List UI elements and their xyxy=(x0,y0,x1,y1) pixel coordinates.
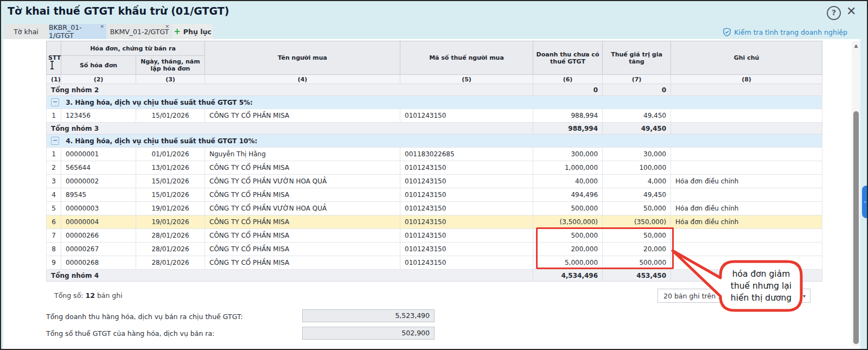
cell-revenue: 200,000 xyxy=(533,243,603,256)
col-number: (8) xyxy=(671,75,822,84)
cell-vat: 500,000 xyxy=(603,256,671,270)
group2-total-row: Tổng nhóm 2 0 0 xyxy=(47,84,822,96)
cell-buyer: CÔNG TY CỔ PHẦN MISA xyxy=(205,229,400,243)
cell-note xyxy=(671,109,822,123)
cell-date: 28/01/2026 xyxy=(136,256,205,270)
cell-buyer: CÔNG TY CỔ PHẦN MISA xyxy=(205,256,400,270)
total-label: Tổng nhóm 2 xyxy=(47,84,533,96)
table-row[interactable]: 9 00000268 28/01/2026 CÔNG TY CỔ PHẦN MI… xyxy=(47,256,822,270)
section4-header-row: − 4. Hàng hóa, dịch vụ chịu thuế suất th… xyxy=(47,135,822,148)
table-row[interactable]: 1 123456 15/01/2026 CÔNG TY CỔ PHẦN MISA… xyxy=(47,109,822,123)
cell-tax-code: 0101243150 xyxy=(400,229,533,243)
add-appendix-button[interactable]: + Phụ lục xyxy=(173,24,213,39)
table-row[interactable]: 5 00000003 19/01/2026 CÔNG TY CỔ PHẦN VƯ… xyxy=(47,202,822,215)
cell-revenue-negative: (3,500,000) xyxy=(533,215,603,229)
check-business-status-link[interactable]: Kiểm tra tình trạng doanh nghiệp xyxy=(723,28,847,36)
group4-total-row: Tổng nhóm 4 4,534,496 453,450 xyxy=(47,270,822,282)
invoice-link[interactable]: 00000002 xyxy=(61,175,136,188)
col-header-invoice-date: Ngày, tháng, năm lập hóa đơn xyxy=(136,56,205,75)
callout-line: hóa đơn giảm xyxy=(722,268,801,280)
shield-check-icon xyxy=(723,28,731,36)
table-row[interactable]: 7 00000266 28/01/2026 CÔNG TY CỔ PHẦN MI… xyxy=(47,229,822,243)
help-icon[interactable]: ? xyxy=(827,6,841,20)
table-row[interactable]: 4 89545 15/01/2026 CÔNG TY CỔ PHẦN MISA … xyxy=(47,188,822,202)
invoice-link[interactable]: 00000268 xyxy=(61,256,136,270)
scrollbar-thumb[interactable] xyxy=(853,111,859,344)
plus-icon: + xyxy=(174,27,181,36)
total-vat: 49,450 xyxy=(603,123,671,135)
collapse-icon[interactable]: − xyxy=(51,98,59,106)
total-revenue-field[interactable]: 5,523,490 xyxy=(302,309,435,322)
invoice-link[interactable]: 123456 xyxy=(61,109,136,123)
invoice-link[interactable]: 00000003 xyxy=(61,202,136,215)
cell-revenue: 500,000 xyxy=(533,229,603,243)
chevron-left-icon: ‹ xyxy=(864,199,866,205)
col-number: (4) xyxy=(205,75,400,84)
cell-date: 13/01/2026 xyxy=(136,161,205,175)
table-row-highlighted[interactable]: 6 00000004 19/01/2026 CÔNG TY CỔ PHẦN MI… xyxy=(47,215,822,229)
cell-vat: 20,000 xyxy=(603,243,671,256)
cell-note xyxy=(671,256,822,270)
cell-buyer: Nguyễn Thị Hằng xyxy=(205,148,400,161)
cell-date: 01/01/2026 xyxy=(136,148,205,161)
cell-tax-code: 0101243150 xyxy=(400,161,533,175)
tab-close-icon[interactable]: ✕ xyxy=(165,24,169,29)
tab-label: Phụ lục xyxy=(183,28,212,36)
total-vat-field[interactable]: 502,900 xyxy=(302,327,435,340)
table-row[interactable]: 8 00000267 28/01/2026 CÔNG TY CỔ PHẦN MI… xyxy=(47,243,822,256)
total-note xyxy=(671,84,822,96)
cell-stt: 4 xyxy=(47,188,61,202)
cell-vat: 50,000 xyxy=(603,229,671,243)
cell-revenue: 500,000 xyxy=(533,202,603,215)
total-vat-label: Tổng số thuế GTGT của hàng hóa, dịch vụ … xyxy=(46,329,214,338)
cell-date: 15/01/2026 xyxy=(136,109,205,123)
vertical-scrollbar[interactable]: ▲ xyxy=(852,41,860,346)
table-row[interactable]: 3 00000002 15/01/2026 CÔNG TY CỔ PHẦN VƯ… xyxy=(47,175,822,188)
invoice-table: STT Hóa đơn, chứng từ bán ra Tên người m… xyxy=(46,41,822,282)
col-number: (3) xyxy=(136,75,205,84)
col-number: (1) xyxy=(47,75,61,84)
col-header-vat: Thuế giá trị gia tăng xyxy=(603,41,671,75)
cell-note xyxy=(671,161,822,175)
tab-close-icon[interactable]: ✕ xyxy=(100,24,104,29)
tab-label: BKMV_01-2/GTGT xyxy=(110,28,169,36)
cell-note xyxy=(671,188,822,202)
collapse-icon[interactable]: − xyxy=(51,137,59,145)
cell-tax-code: 0101243150 xyxy=(400,175,533,188)
invoice-link[interactable]: 00000004 xyxy=(61,215,136,229)
cell-revenue: 5,000,000 xyxy=(533,256,603,270)
callout-text: hóa đơn giảm thuế nhưng lại hiển thị dươ… xyxy=(722,268,801,304)
tab-to-khai[interactable]: Tờ khai xyxy=(4,24,48,39)
col-header-invoice-no: Số hóa đơn xyxy=(61,56,136,75)
tab-label: Tờ khai xyxy=(14,28,39,36)
cell-vat: 49,450 xyxy=(603,188,671,202)
col-header-buyer: Tên người mua xyxy=(205,41,400,75)
table-row[interactable]: 2 565644 13/01/2026 CÔNG TY CỔ PHẦN MISA… xyxy=(47,161,822,175)
col-header-note: Ghi chú xyxy=(671,41,822,75)
invoice-link[interactable]: 00000001 xyxy=(61,148,136,161)
cell-revenue: 1,000,000 xyxy=(533,161,603,175)
invoice-link[interactable]: 89545 xyxy=(61,188,136,202)
invoice-link[interactable]: 00000266 xyxy=(61,229,136,243)
close-icon[interactable]: ✕ xyxy=(846,4,856,18)
column-number-row: (1) (2) (3) (4) (5) (6) (7) (8) xyxy=(47,75,822,84)
section-title: 3. Hàng hóa, dịch vụ chịu thuế suất thuế… xyxy=(66,99,253,106)
tab-bkmv-01-2-gtgt[interactable]: BKMV_01-2/GTGT ✕ xyxy=(107,24,171,39)
cell-vat: 50,000 xyxy=(603,202,671,215)
cell-stt: 5 xyxy=(47,202,61,215)
cell-date: 28/01/2026 xyxy=(136,229,205,243)
record-count: Tổng số: 12 bản ghi xyxy=(54,291,123,300)
tab-bkbr-01-1-gtgt[interactable]: BKBR_01-1/GTGT ✕ xyxy=(49,24,106,39)
side-panel-toggle[interactable]: ‹ xyxy=(862,186,868,218)
cell-vat: 100,000 xyxy=(603,161,671,175)
invoice-link[interactable]: 565644 xyxy=(61,161,136,175)
col-header-invoice-group: Hóa đơn, chứng từ bán ra xyxy=(61,41,205,56)
cell-date: 19/01/2026 xyxy=(136,215,205,229)
scroll-up-arrow-icon[interactable]: ▲ xyxy=(852,41,860,50)
cell-date: 15/01/2026 xyxy=(136,175,205,188)
total-revenue-label: Tổng doanh thu hàng hóa, dịch vụ bán ra … xyxy=(46,313,242,321)
table-row[interactable]: 1 00000001 01/01/2026 Nguyễn Thị Hằng 00… xyxy=(47,148,822,161)
cell-note xyxy=(671,148,822,161)
invoice-link[interactable]: 00000267 xyxy=(61,243,136,256)
cell-note xyxy=(671,243,822,256)
